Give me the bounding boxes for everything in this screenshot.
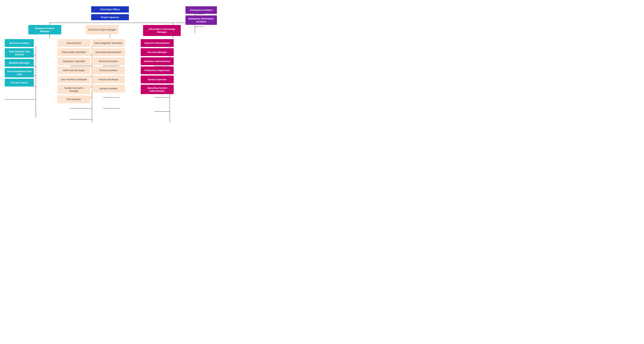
enterprise-architect-node: Enterprise Architect (186, 6, 217, 14)
list-item: Quality Assurance Manager (57, 85, 90, 94)
it-column: Network Administrator Security Manager D… (141, 39, 174, 94)
list-item: Data Integration Developer (92, 39, 125, 47)
list-item: User Interface Developer (57, 75, 90, 83)
cdo-node: Chief Data Officer (91, 6, 129, 12)
list-item: Data Architect (57, 39, 90, 47)
list-item: Network Administrator (141, 39, 174, 47)
list-item: Process Owner (5, 79, 34, 86)
list-item: Metadata Manager (5, 59, 34, 67)
list-item: Production Supervisor (141, 66, 174, 74)
list-item: Data Quality Developer (57, 48, 90, 56)
list-item: Informatica Administrator (92, 48, 125, 56)
list-item: Process Developer (92, 75, 125, 83)
itm-node: Information Technology Manager (143, 25, 181, 36)
list-item: Database Administrator (141, 57, 174, 65)
list-item: Security Manager (141, 48, 174, 56)
list-item: Test Engineer (57, 95, 90, 103)
columns-section: Business Analyst Data Steward / DQ Stewa… (3, 39, 217, 103)
left-column: Business Analyst Data Steward / DQ Stewa… (5, 39, 34, 86)
list-item: Data Steward / DQ Steward (5, 48, 34, 58)
bpm-node: Business Project Manager (28, 25, 61, 34)
list-item: Solution Architect (92, 85, 125, 92)
enterprise-info-architect-node: Enterprise Information Architect (186, 15, 217, 25)
list-item: System Operator (141, 75, 174, 83)
list-item: Technical Architect (92, 57, 125, 65)
mid-column: Data Integration Developer Informatica A… (92, 39, 125, 92)
tpm-node: Technical Project Manager (86, 25, 119, 34)
list-item: Operating System Administrator (141, 85, 174, 94)
list-item: User Acceptance Test Lead (5, 68, 34, 77)
list-item: Application Specialist (57, 57, 90, 65)
tpm-left-column: Data Architect Data Quality Developer Ap… (57, 39, 90, 103)
enterprise-nodes: Enterprise Architect Enterprise Informat… (186, 6, 217, 25)
sponsor-node: Project Sponsor (91, 14, 129, 20)
top-section: Chief Data Officer Project Sponsor (3, 6, 217, 20)
list-item: MDM Hub Developer (57, 66, 90, 74)
list-item: Process Architect (92, 66, 125, 74)
list-item: Business Analyst (5, 39, 34, 47)
manager-row: Business Project Manager Technical Proje… (3, 25, 217, 36)
org-chart-container: Chief Data Officer Project Sponsor Enter… (3, 5, 217, 103)
